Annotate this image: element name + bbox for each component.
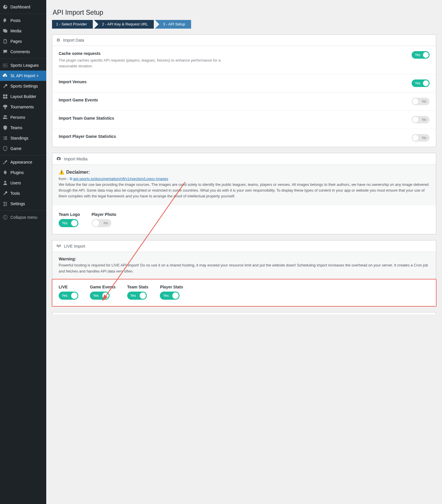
brush-icon bbox=[2, 159, 8, 165]
setting-events: Import Game Events No bbox=[52, 92, 436, 111]
setting-desc: The plugin caches specific API requests … bbox=[59, 58, 238, 69]
sidebar-item-persons[interactable]: Persons bbox=[0, 112, 46, 123]
step-2[interactable]: 2 - API Key & Request URL bbox=[94, 20, 154, 29]
toggle-live-events[interactable]: Yes bbox=[90, 292, 110, 300]
wrench-icon bbox=[2, 190, 8, 196]
setting-title: Import Team Game Statistics bbox=[59, 116, 114, 121]
toggle-value: Yes bbox=[163, 294, 169, 298]
step-3[interactable]: 3 - API Setup bbox=[155, 20, 191, 29]
setting-venues: Import Venues Yes bbox=[52, 74, 436, 92]
plug-icon bbox=[2, 170, 8, 175]
list-icon bbox=[2, 135, 8, 141]
pages-icon bbox=[2, 38, 8, 44]
live-toggles-highlight: LIVE Yes Game Events Yes Team Stats Yes … bbox=[52, 279, 437, 307]
media-icon bbox=[2, 28, 8, 34]
sidebar-label: Users bbox=[10, 181, 21, 185]
sidebar-label: Game bbox=[10, 146, 21, 151]
from-label: from - bbox=[59, 177, 70, 181]
warning-box: Warning: Powerful hosting is required fo… bbox=[52, 252, 436, 279]
toggle-cache[interactable]: Yes bbox=[412, 51, 430, 59]
toggle-label: Team Logo bbox=[59, 212, 80, 217]
media-toggles: Team Logo Yes Player Photo No bbox=[52, 205, 436, 234]
live-toggles: LIVE Yes Game Events Yes Team Stats Yes … bbox=[52, 279, 436, 306]
toggle-venues[interactable]: Yes bbox=[412, 79, 430, 87]
step-label: 3 - API Setup bbox=[163, 22, 185, 26]
setting-title: Import Venues bbox=[59, 79, 86, 84]
sidebar-label: SL API Import + bbox=[10, 73, 39, 78]
sidebar-item-dashboard[interactable]: Dashboard bbox=[0, 2, 46, 12]
wizard-steps: 1 - Select Provider 2 - API Key & Reques… bbox=[52, 20, 436, 29]
admin-sidebar: Dashboard Posts Media Pages Comments SL … bbox=[0, 0, 46, 504]
sidebar-item-layout-builder[interactable]: Layout Builder bbox=[0, 91, 46, 102]
step-label: 2 - API Key & Request URL bbox=[102, 22, 148, 26]
toggle-value: Yes bbox=[62, 221, 68, 225]
sidebar-label: Posts bbox=[10, 18, 21, 23]
sidebar-label: Persons bbox=[10, 115, 25, 120]
toggle-live-player-stats[interactable]: Yes bbox=[160, 292, 180, 300]
panel-title: Import Data bbox=[63, 38, 84, 42]
step-label: 1 - Select Provider bbox=[56, 22, 87, 26]
toggle-label: LIVE bbox=[59, 285, 78, 289]
warning-icon: ⚠️ bbox=[59, 169, 64, 175]
toggle-live[interactable]: Yes bbox=[59, 292, 78, 300]
sidebar-label: Pages bbox=[10, 39, 22, 44]
toggle-value: Yes bbox=[130, 294, 136, 298]
sidebar-item-comments[interactable]: Comments bbox=[0, 47, 46, 57]
setting-title: Import Game Events bbox=[59, 98, 98, 102]
disclaimer-title-text: Declaimer: bbox=[66, 170, 90, 175]
sidebar-item-plugins[interactable]: Plugins bbox=[0, 167, 46, 178]
sidebar-item-standings[interactable]: Standings bbox=[0, 133, 46, 143]
warning-text: Powerful hosting is required for LIVE AP… bbox=[59, 262, 430, 274]
live-toggle-item: LIVE Yes bbox=[59, 285, 78, 300]
sl-icon: SL bbox=[2, 62, 8, 68]
sidebar-item-posts[interactable]: Posts bbox=[0, 15, 46, 26]
live-toggle-item: Player Stats Yes bbox=[160, 285, 183, 300]
svg-point-0 bbox=[3, 215, 7, 219]
toggle-team-logo[interactable]: Yes bbox=[59, 219, 78, 227]
toggle-label: Player Photo bbox=[92, 212, 116, 217]
live-toggle-item: Game Events Yes bbox=[90, 285, 116, 300]
import-icon bbox=[2, 73, 8, 79]
toggle-player-photo[interactable]: No bbox=[92, 219, 111, 227]
sidebar-item-teams[interactable]: Teams bbox=[0, 123, 46, 133]
sidebar-label: Layout Builder bbox=[10, 94, 36, 99]
sidebar-label: Comments bbox=[10, 49, 30, 54]
toggle-live-team-stats[interactable]: Yes bbox=[127, 292, 147, 300]
sidebar-item-pages[interactable]: Pages bbox=[0, 36, 46, 47]
sidebar-label: Standings bbox=[10, 136, 28, 140]
setting-cache: Cache some requests The plugin caches sp… bbox=[52, 46, 436, 74]
sidebar-item-sl-api-import[interactable]: SL API Import + bbox=[0, 71, 46, 81]
warning-title: Warning: bbox=[59, 257, 430, 261]
disclaimer-text: We follow the fair use law providing the… bbox=[59, 182, 430, 199]
sidebar-item-tournaments[interactable]: Tournaments bbox=[0, 102, 46, 112]
sidebar-item-collapse[interactable]: Collapse menu bbox=[0, 212, 46, 223]
sidebar-item-settings[interactable]: Settings bbox=[0, 199, 46, 209]
sidebar-item-media[interactable]: Media bbox=[0, 26, 46, 36]
next-panel-stub bbox=[52, 312, 436, 314]
sidebar-item-game[interactable]: Game bbox=[0, 143, 46, 154]
step-1[interactable]: 1 - Select Provider bbox=[52, 20, 93, 29]
sliders-icon bbox=[2, 201, 8, 207]
sidebar-label: Settings bbox=[10, 201, 25, 206]
shield-icon bbox=[2, 146, 8, 151]
import-data-panel: ⚙ Import Data Cache some requests The pl… bbox=[52, 34, 436, 147]
sidebar-item-sports-settings[interactable]: Sports Settings bbox=[0, 81, 46, 91]
sidebar-item-sports-leagues[interactable]: SL Sports Leagues bbox=[0, 60, 46, 71]
disclaimer-from: from - ⧉ api-sports.io/documentation/nfl… bbox=[59, 177, 430, 181]
panel-header: LIVE Import bbox=[52, 240, 436, 252]
toggle-player-stats[interactable]: No bbox=[412, 134, 430, 142]
sidebar-label: Plugins bbox=[10, 170, 24, 175]
layout-icon bbox=[2, 94, 8, 99]
trophy-icon bbox=[2, 104, 8, 110]
toggle-team-stats[interactable]: No bbox=[412, 116, 430, 123]
sidebar-item-appearance[interactable]: Appearance bbox=[0, 157, 46, 167]
panel-header: Import Media bbox=[52, 153, 436, 165]
disclaimer-link[interactable]: api-sports.io/documentation/nfl/v1#secti… bbox=[73, 177, 168, 181]
panel-header: ⚙ Import Data bbox=[52, 35, 436, 46]
pin-icon bbox=[2, 18, 8, 23]
sidebar-item-tools[interactable]: Tools bbox=[0, 188, 46, 199]
toggle-events[interactable]: No bbox=[412, 98, 430, 105]
broadcast-icon bbox=[56, 243, 61, 249]
live-toggle-item: Team Stats Yes bbox=[127, 285, 149, 300]
sidebar-item-users[interactable]: Users bbox=[0, 178, 46, 188]
